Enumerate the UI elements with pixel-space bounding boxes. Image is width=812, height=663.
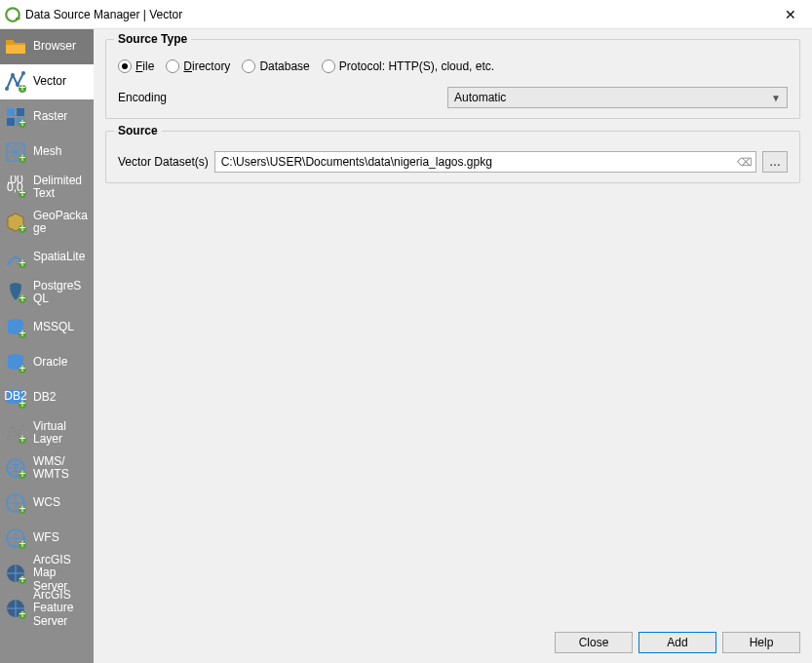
arcgis-map-icon: + (4, 562, 27, 585)
mesh-icon: + (4, 140, 27, 164)
spatialite-icon: + (4, 246, 27, 269)
sidebar-item-label: SpatiaLite (33, 251, 85, 263)
svg-rect-9 (17, 108, 24, 116)
sidebar: Browser + Vector + Raster + Mesh ,000,0+… (0, 29, 94, 663)
close-button[interactable]: Close (555, 632, 633, 653)
radio-file[interactable]: File (118, 59, 154, 73)
sidebar-item-oracle[interactable]: + Oracle (0, 345, 94, 380)
svg-text:+: + (19, 221, 25, 234)
svg-text:+: + (19, 292, 25, 304)
geopackage-icon: + (4, 211, 27, 234)
sidebar-item-wms-wmts[interactable]: + WMS/ WMTS (0, 450, 94, 486)
arcgis-feature-icon: + (4, 597, 27, 620)
source-type-group: Source Type File Directory Database Prot… (105, 39, 800, 119)
svg-text:+: + (19, 467, 25, 480)
sidebar-item-label: Oracle (33, 356, 67, 369)
sidebar-item-label: Raster (33, 110, 67, 123)
dataset-label: Vector Dataset(s) (118, 155, 209, 169)
db2-icon: DB2+ (4, 386, 27, 410)
encoding-label: Encoding (118, 91, 440, 104)
svg-text:+: + (19, 327, 25, 339)
sidebar-item-postgresql[interactable]: + PostgreSQL (0, 275, 94, 310)
svg-rect-10 (7, 118, 15, 126)
radio-directory[interactable]: Directory (166, 59, 230, 73)
svg-text:+: + (19, 572, 25, 585)
folder-icon (4, 35, 27, 58)
sidebar-item-spatialite[interactable]: + SpatiaLite (0, 240, 94, 275)
oracle-icon: + (4, 351, 27, 374)
sidebar-item-delimited-text[interactable]: ,000,0+ Delimited Text (0, 170, 94, 205)
svg-text:+: + (19, 362, 25, 374)
sidebar-item-label: WMS/ WMTS (33, 455, 90, 481)
vector-icon: + (4, 70, 27, 94)
mssql-icon: + (4, 316, 27, 339)
browse-button[interactable]: … (762, 151, 788, 173)
svg-text:+: + (19, 432, 25, 445)
sidebar-item-label: PostgreSQL (33, 280, 90, 305)
sidebar-item-raster[interactable]: + Raster (0, 99, 94, 135)
sidebar-item-vector[interactable]: + Vector (0, 64, 94, 99)
radio-protocol[interactable]: Protocol: HTTP(S), cloud, etc. (322, 59, 494, 73)
postgresql-icon: + (4, 281, 27, 304)
sidebar-item-label: Vector (33, 75, 66, 88)
svg-text:+: + (19, 397, 25, 410)
sidebar-item-label: Browser (33, 40, 76, 53)
titlebar: Data Source Manager | Vector ✕ (0, 0, 812, 29)
wfs-icon: + (4, 526, 27, 550)
sidebar-item-label: ArcGIS Map Server (33, 554, 90, 593)
sidebar-item-mssql[interactable]: + MSSQL (0, 310, 94, 345)
svg-text:+: + (19, 151, 25, 164)
source-group: Source Vector Dataset(s) ⌫ … (105, 131, 800, 183)
svg-text:+: + (19, 607, 25, 620)
source-type-label: Source Type (114, 32, 191, 46)
sidebar-item-label: ArcGIS Feature Server (33, 589, 90, 628)
svg-point-3 (11, 73, 15, 77)
radio-database[interactable]: Database (242, 59, 309, 73)
svg-text:+: + (19, 81, 25, 94)
svg-text:+: + (19, 537, 25, 550)
encoding-value: Automatic (454, 91, 506, 104)
dialog-footer: Close Add Help (105, 626, 800, 653)
sidebar-item-label: DB2 (33, 391, 56, 404)
svg-text:+: + (19, 256, 25, 269)
dataset-input[interactable] (214, 151, 756, 173)
sidebar-item-label: WFS (33, 531, 59, 544)
sidebar-item-label: Delimited Text (33, 175, 90, 200)
sidebar-item-label: Virtual Layer (33, 420, 90, 446)
sidebar-item-virtual-layer[interactable]: + Virtual Layer (0, 415, 94, 450)
help-button[interactable]: Help (722, 632, 800, 653)
svg-rect-8 (7, 108, 15, 116)
app-icon (4, 6, 21, 23)
svg-point-2 (5, 87, 9, 91)
encoding-select[interactable]: Automatic ▼ (447, 87, 788, 108)
chevron-down-icon: ▼ (771, 93, 781, 103)
svg-text:+: + (19, 502, 25, 515)
source-label: Source (114, 124, 162, 137)
sidebar-item-wfs[interactable]: + WFS (0, 521, 94, 556)
svg-rect-1 (16, 18, 20, 20)
svg-text:+: + (19, 116, 25, 129)
virtual-layer-icon: + (4, 421, 27, 445)
sidebar-item-arcgis-map[interactable]: + ArcGIS Map Server (0, 556, 94, 591)
sidebar-item-wcs[interactable]: + WCS (0, 486, 94, 521)
sidebar-item-arcgis-feature[interactable]: + ArcGIS Feature Server (0, 591, 94, 626)
delimited-text-icon: ,000,0+ (4, 176, 27, 199)
main-panel: Source Type File Directory Database Prot… (94, 29, 812, 663)
svg-point-5 (21, 71, 25, 75)
clear-icon[interactable]: ⌫ (737, 156, 753, 169)
raster-icon: + (4, 105, 27, 129)
sidebar-item-label: Mesh (33, 145, 61, 158)
sidebar-item-label: GeoPackage (33, 210, 90, 235)
sidebar-item-label: WCS (33, 496, 60, 509)
sidebar-item-db2[interactable]: DB2+ DB2 (0, 380, 94, 415)
sidebar-item-mesh[interactable]: + Mesh (0, 135, 94, 170)
close-icon[interactable]: ✕ (777, 3, 804, 26)
sidebar-item-browser[interactable]: Browser (0, 29, 94, 64)
add-button[interactable]: Add (638, 632, 716, 653)
sidebar-item-geopackage[interactable]: + GeoPackage (0, 205, 94, 240)
window-title: Data Source Manager | Vector (25, 8, 182, 21)
wms-icon: + (4, 456, 27, 480)
sidebar-item-label: MSSQL (33, 321, 74, 333)
svg-text:+: + (19, 186, 25, 199)
wcs-icon: + (4, 491, 27, 515)
